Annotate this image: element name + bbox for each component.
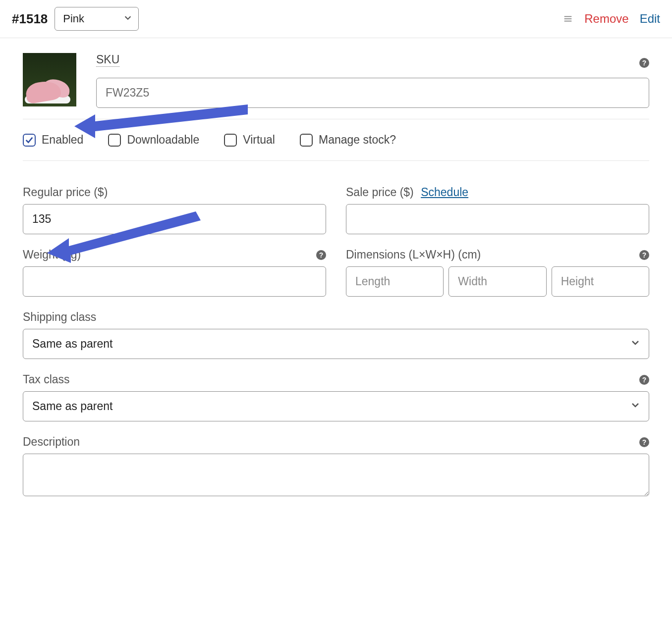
attribute-select[interactable]: Pink (55, 7, 139, 31)
help-icon[interactable]: ? (639, 437, 649, 447)
enabled-checkbox[interactable]: Enabled (23, 133, 83, 147)
sku-label: SKU (96, 53, 119, 67)
downloadable-label: Downloadable (127, 133, 199, 147)
chevron-down-icon (123, 12, 132, 25)
variation-panel: SKU ? Enabled Downloadable Virtual Manag… (0, 38, 672, 519)
edit-link[interactable]: Edit (640, 12, 660, 26)
attribute-selected-value: Pink (63, 12, 84, 25)
help-icon[interactable]: ? (639, 250, 649, 260)
remove-link[interactable]: Remove (584, 12, 628, 26)
sku-input[interactable] (96, 78, 649, 108)
header-left: #1518 Pink (12, 7, 139, 31)
length-input[interactable] (346, 266, 444, 297)
help-icon[interactable]: ? (639, 375, 649, 385)
tax-class-value[interactable] (23, 391, 649, 421)
sale-price-input[interactable] (346, 204, 649, 234)
virtual-label: Virtual (243, 133, 275, 147)
shipping-class-value[interactable] (23, 329, 649, 359)
chevron-down-icon (630, 400, 640, 413)
regular-price-input[interactable] (23, 204, 326, 234)
height-input[interactable] (552, 266, 649, 297)
tax-class-label: Tax class (23, 373, 70, 386)
manage-stock-label: Manage stock? (319, 133, 396, 147)
weight-label: Weight (kg) (23, 248, 81, 261)
sale-price-label: Sale price ($) (346, 186, 414, 199)
chevron-down-icon (630, 338, 640, 351)
width-input[interactable] (448, 266, 546, 297)
schedule-link[interactable]: Schedule (421, 186, 468, 199)
description-textarea[interactable] (23, 454, 649, 496)
downloadable-checkbox[interactable]: Downloadable (108, 133, 199, 147)
description-label: Description (23, 435, 80, 449)
variation-id: #1518 (12, 11, 48, 27)
shipping-class-select[interactable] (23, 329, 649, 359)
help-icon[interactable]: ? (639, 58, 649, 68)
drag-handle-icon[interactable] (562, 13, 573, 24)
manage-stock-checkbox[interactable]: Manage stock? (300, 133, 396, 147)
weight-input[interactable] (23, 266, 326, 297)
virtual-checkbox[interactable]: Virtual (224, 133, 275, 147)
options-row: Enabled Downloadable Virtual Manage stoc… (23, 130, 649, 150)
variation-header: #1518 Pink Remove Edit (0, 0, 672, 38)
header-right: Remove Edit (562, 12, 660, 26)
variation-image-thumbnail[interactable] (23, 53, 76, 106)
tax-class-select[interactable] (23, 391, 649, 421)
dimensions-label: Dimensions (L×W×H) (cm) (346, 248, 481, 261)
help-icon[interactable]: ? (316, 250, 326, 260)
shipping-class-label: Shipping class (23, 310, 96, 324)
enabled-label: Enabled (42, 133, 83, 147)
regular-price-label: Regular price ($) (23, 186, 108, 199)
